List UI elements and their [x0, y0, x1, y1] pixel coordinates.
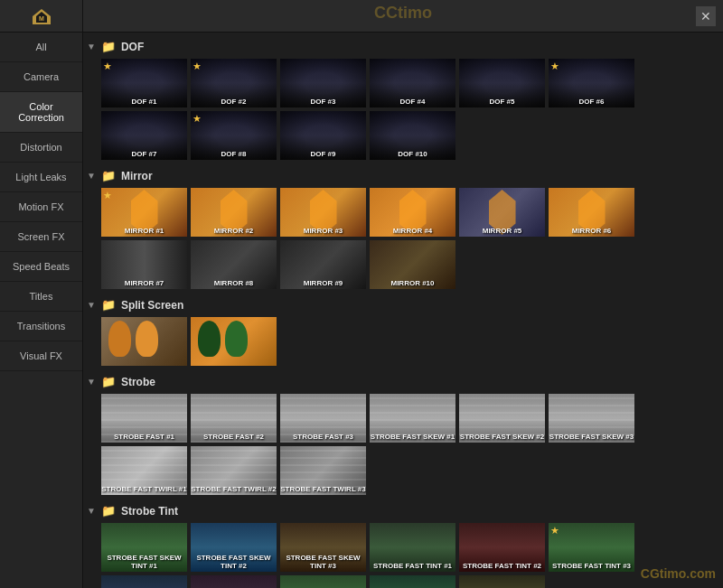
thumb-strobe-tint-11[interactable]: STROBE FAST TWIRL TINT #3 [459, 575, 545, 588]
thumb-dof-4[interactable]: DOF #4 [370, 59, 455, 107]
thumb-mirror-6[interactable]: MIRROR #6 [549, 188, 634, 237]
thumb-split-1[interactable] [101, 317, 187, 366]
thumb-label: STROBE FAST TINT #1 [370, 562, 455, 570]
section-header-strobe[interactable]: ▼ 📁 Strobe [87, 375, 716, 388]
thumb-label: DOF #7 [101, 150, 187, 158]
chevron-icon: ▼ [87, 42, 96, 51]
thumb-label: MIRROR #1 [101, 227, 187, 235]
sidebar-item-light-leaks[interactable]: Light Leaks [0, 163, 82, 192]
section-strobe-tint: ▼ 📁 Strobe Tint STROBE FAST SKEW TINT #1… [87, 504, 716, 588]
thumb-strobe-tint-10[interactable]: STROBE FAST TWIRL TINT #2 [370, 575, 455, 588]
thumb-mirror-1[interactable]: ★ MIRROR #1 [101, 188, 187, 237]
thumb-strobe-tint-2[interactable]: STROBE FAST SKEW TINT #2 [191, 523, 277, 572]
sidebar-item-motion-fx[interactable]: Motion FX [0, 192, 82, 222]
thumb-dof-8[interactable]: ★ DOF #8 [191, 111, 277, 160]
thumb-strobe-9[interactable]: STROBE FAST TWIRL #3 [280, 446, 366, 495]
folder-icon: 📁 [101, 504, 116, 518]
thumb-strobe-7[interactable]: STROBE FAST TWIRL #1 [101, 446, 187, 495]
thumb-dof-5[interactable]: DOF #5 [459, 59, 545, 107]
thumb-mirror-8[interactable]: MIRROR #8 [191, 240, 277, 289]
sidebar-item-color-correction[interactable]: Color Correction [0, 92, 82, 133]
thumb-dof-6[interactable]: ★ DOF #6 [549, 59, 634, 107]
thumb-strobe-2[interactable]: STROBE FAST #2 [191, 394, 277, 443]
section-header-split-screen[interactable]: ▼ 📁 Split Screen [87, 298, 716, 312]
mirror-thumb-grid: ★ MIRROR #1 MIRROR #2 MIRROR #3 MIRROR #… [87, 188, 716, 289]
sidebar-item-screen-fx[interactable]: Screen FX [0, 222, 82, 252]
thumb-label: STROBE FAST SKEW #2 [459, 433, 545, 441]
thumb-strobe-tint-3[interactable]: STROBE FAST SKEW TINT #3 [280, 523, 366, 572]
close-button[interactable]: ✕ [696, 6, 716, 26]
thumb-label: MIRROR #2 [191, 227, 277, 235]
star-icon: ★ [103, 190, 112, 201]
section-header-mirror[interactable]: ▼ 📁 Mirror [87, 169, 716, 182]
section-header-dof[interactable]: ▼ 📁 DOF [87, 40, 716, 53]
thumb-split-2[interactable] [191, 317, 277, 366]
chevron-icon: ▼ [87, 506, 96, 516]
thumb-label: MIRROR #4 [370, 227, 455, 235]
thumb-label: STROBE FAST TINT #2 [459, 562, 545, 570]
thumb-strobe-tint-1[interactable]: STROBE FAST SKEW TINT #1 [101, 523, 187, 572]
thumb-strobe-6[interactable]: STROBE FAST SKEW #3 [549, 394, 634, 443]
section-strobe: ▼ 📁 Strobe STROBE FAST #1 STROBE FAST #2… [87, 375, 716, 495]
section-mirror: ▼ 📁 Mirror ★ MIRROR #1 MIRROR #2 MIRROR … [87, 169, 716, 289]
thumb-strobe-tint-4[interactable]: STROBE FAST TINT #1 [370, 523, 455, 572]
folder-icon: 📁 [101, 169, 116, 182]
thumb-dof-10[interactable]: DOF #10 [370, 111, 455, 160]
thumb-label: STROBE FAST TWIRL #1 [101, 485, 187, 493]
sidebar-item-visual-fx[interactable]: Visual FX [0, 341, 82, 371]
thumb-strobe-1[interactable]: STROBE FAST #1 [101, 394, 187, 443]
section-title-split-screen: Split Screen [121, 299, 183, 312]
strobe-tint-thumb-grid: STROBE FAST SKEW TINT #1 STROBE FAST SKE… [87, 523, 716, 588]
star-icon: ★ [550, 61, 559, 72]
thumb-mirror-7[interactable]: MIRROR #7 [101, 240, 187, 289]
thumb-strobe-tint-7[interactable]: STROBE FAST TWIRL TINT #1 [101, 575, 187, 588]
thumb-strobe-4[interactable]: STROBE FAST SKEW #1 [370, 394, 455, 443]
thumb-label: STROBE FAST TWIRL #2 [191, 485, 277, 493]
thumb-dof-3[interactable]: DOF #3 [280, 59, 366, 107]
thumb-mirror-9[interactable]: MIRROR #9 [280, 240, 366, 289]
content-area[interactable]: ▼ 📁 DOF ★ DOF #1 ★ DOF #2 DOF #3 DOF #4 [83, 33, 723, 588]
thumb-strobe-tint-6[interactable]: ★ STROBE FAST TINT #3 [549, 523, 634, 572]
thumb-label: STROBE FAST #2 [191, 433, 277, 441]
sidebar-item-titles[interactable]: Titles [0, 282, 82, 312]
section-title-dof: DOF [121, 41, 144, 53]
sidebar-item-camera[interactable]: Camera [0, 62, 82, 92]
thumb-label: DOF #10 [370, 150, 455, 158]
thumb-label: MIRROR #9 [280, 279, 366, 287]
thumb-label: STROBE FAST #1 [101, 433, 187, 441]
thumb-dof-2[interactable]: ★ DOF #2 [191, 59, 277, 107]
thumb-dof-7[interactable]: DOF #7 [101, 111, 187, 160]
chevron-icon: ▼ [87, 377, 96, 387]
sidebar-item-speed-beats[interactable]: Speed Beats [0, 252, 82, 282]
thumb-dof-9[interactable]: DOF #9 [280, 111, 366, 160]
split-thumb-grid [87, 317, 716, 366]
app-logo: M [0, 0, 82, 33]
thumb-dof-1[interactable]: ★ DOF #1 [101, 59, 187, 107]
section-header-strobe-tint[interactable]: ▼ 📁 Strobe Tint [87, 504, 716, 518]
thumb-strobe-3[interactable]: STROBE FAST #3 [280, 394, 366, 443]
thumb-mirror-2[interactable]: MIRROR #2 [191, 188, 277, 237]
thumb-label: DOF #3 [280, 98, 366, 106]
thumb-strobe-8[interactable]: STROBE FAST TWIRL #2 [191, 446, 277, 495]
thumb-label: DOF #5 [459, 98, 545, 106]
thumb-mirror-3[interactable]: MIRROR #3 [280, 188, 366, 237]
thumb-label: MIRROR #3 [280, 227, 366, 235]
thumb-label: STROBE FAST #3 [280, 433, 366, 441]
thumb-label: DOF #8 [191, 150, 277, 158]
thumb-strobe-tint-8[interactable]: STROBE FAST TWIRL TINT #2 [191, 575, 277, 588]
thumb-strobe-tint-9[interactable]: STROBE FAST TWIRL TINT #3 [280, 575, 366, 588]
sidebar-item-transitions[interactable]: Transitions [0, 312, 82, 341]
thumb-label: DOF #9 [280, 150, 366, 158]
thumb-label: DOF #6 [549, 98, 634, 106]
star-icon: ★ [550, 525, 559, 537]
thumb-strobe-5[interactable]: STROBE FAST SKEW #2 [459, 394, 545, 443]
thumb-label: STROBE FAST SKEW TINT #2 [191, 554, 277, 570]
thumb-mirror-4[interactable]: MIRROR #4 [370, 188, 455, 237]
thumb-mirror-10[interactable]: MIRROR #10 [370, 240, 455, 289]
sidebar-item-distortion[interactable]: Distortion [0, 133, 82, 163]
thumb-mirror-5[interactable]: MIRROR #5 [459, 188, 545, 237]
thumb-strobe-tint-5[interactable]: STROBE FAST TINT #2 [459, 523, 545, 572]
star-icon: ★ [192, 113, 202, 125]
thumb-label: MIRROR #10 [370, 279, 455, 287]
sidebar-item-all[interactable]: All [0, 33, 82, 62]
